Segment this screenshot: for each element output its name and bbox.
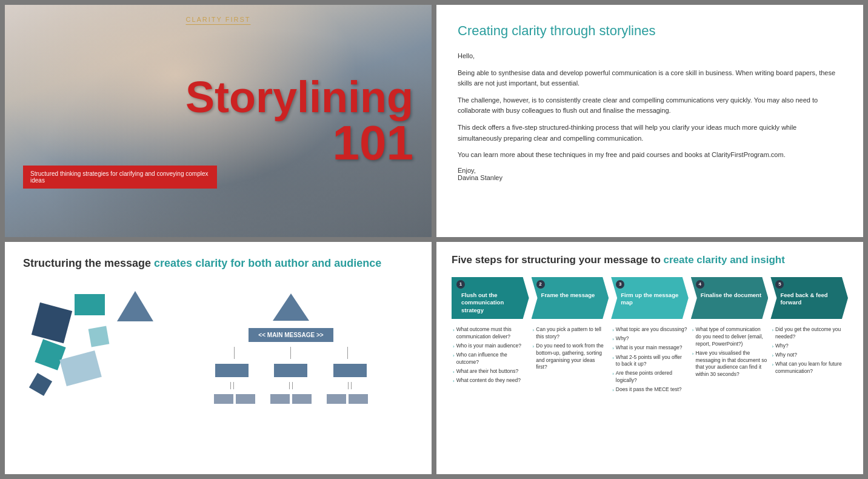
bullet-arrow: › [612, 370, 614, 384]
bullet-item: ›Have you visualised the messaging in th… [692, 350, 767, 379]
sub-line-3a [348, 382, 349, 389]
bullets-row: ›What outcome must this communication de… [452, 326, 848, 395]
org-line-1 [234, 347, 235, 359]
bullet-item: ›What is your main message? [612, 344, 687, 352]
sub-line-1b [233, 382, 234, 389]
bullet-arrow: › [453, 327, 455, 341]
org-box-1 [215, 364, 249, 377]
slide-4: Five steps for structuring your message … [436, 242, 863, 474]
bullet-arrow: › [533, 343, 535, 372]
sub-box-1b [236, 394, 255, 404]
org-triangle [273, 293, 309, 321]
step-1: 1 Flush out the communication strategy [452, 277, 529, 319]
step-num-4: 4 [696, 280, 704, 289]
bullet-col-1: ›What outcome must this communication de… [452, 326, 529, 395]
bullet-item: ›Did you get the outcome you needed? [772, 326, 847, 341]
sub-line-2a [289, 382, 290, 389]
slide2-enjoy: Enjoy, [458, 167, 842, 174]
org-subrow [206, 394, 376, 404]
slide-3: Structuring the message creates clarity … [5, 242, 432, 474]
bullet-arrow: › [453, 369, 455, 375]
title-block: Storylining 101 [185, 75, 413, 167]
step-num-5: 5 [775, 280, 784, 289]
bullet-text: Why? [775, 343, 789, 350]
bullet-text: Can you pick a pattern to tell this stor… [536, 326, 607, 341]
step-2: 2 Frame the message [532, 277, 609, 319]
slide2-para4: You can learn more about these technique… [458, 150, 842, 161]
bullet-text: Do you need to work from the bottom-up, … [536, 343, 607, 372]
bullet-item: ›Are these points ordered logically? [612, 370, 687, 384]
bullet-item: ›Who is your main audience? [453, 343, 528, 350]
bullet-arrow: › [772, 361, 773, 375]
bullet-arrow: › [612, 336, 614, 343]
slide2-author: Davina Stanley [458, 174, 842, 181]
slide2-para1: Being able to synthesise data and develo… [458, 68, 842, 89]
bullet-arrow: › [692, 350, 694, 379]
slide3-title: Structuring the message creates clarity … [23, 257, 413, 270]
slide2-para2: The challenge, however, is to consistent… [458, 95, 842, 116]
slide2-para3: This deck offers a five-step structured-… [458, 122, 842, 144]
sub-line-2b [292, 382, 293, 389]
sub-lines-1 [230, 382, 234, 389]
bullet-arrow: › [612, 355, 614, 369]
org-line-2 [290, 347, 291, 359]
bullet-col-2: ›Can you pick a pattern to tell this sto… [532, 326, 609, 395]
step-label-3: Firm up the message map [619, 292, 684, 307]
bullet-text: What are their hot buttons? [456, 368, 519, 375]
steps-container: 1 Flush out the communication strategy 2… [452, 277, 848, 319]
org-lines [206, 347, 376, 359]
bullet-item: ›Why? [772, 343, 847, 350]
bullet-text: Have you visualised the messaging in tha… [695, 350, 767, 379]
shape-5 [59, 350, 102, 386]
bullet-arrow: › [772, 352, 773, 359]
bullet-text: Did you get the outcome you needed? [775, 326, 847, 341]
shape-3 [88, 326, 110, 347]
bullet-col-3: ›What topic are you discussing?›Why?›Wha… [611, 326, 689, 395]
bullet-item: ›What type of communication do you need … [692, 326, 767, 348]
bullet-item: ›Can you pick a pattern to tell this sto… [533, 326, 608, 341]
slide4-title: Five steps for structuring your message … [452, 254, 848, 266]
bullet-text: What is your main message? [616, 344, 683, 352]
bullet-item: ›What 2-5 points will you offer to back … [612, 354, 687, 369]
bullet-arrow: › [453, 378, 455, 384]
bullet-item: ›What outcome must this communication de… [453, 326, 528, 341]
shape-1 [32, 303, 72, 343]
sub-box-3a [327, 394, 346, 404]
sub-box-2b [292, 394, 312, 404]
step-label-2: Frame the message [540, 292, 595, 299]
bullet-arrow: › [772, 343, 773, 350]
slide-2: Creating clarity through storylines Hell… [436, 5, 863, 237]
step-label-4: Finalise the document [699, 292, 761, 299]
sub-line-3b [351, 382, 352, 389]
slide2-body: Hello, Being able to synthesise data and… [458, 51, 842, 161]
sub-boxes-3 [327, 394, 368, 404]
bullet-text: Why? [616, 335, 629, 343]
step-3: 3 Firm up the message map [611, 277, 689, 319]
step-num-2: 2 [536, 280, 545, 289]
bullet-text: Why not? [775, 352, 797, 359]
bullet-item: ›Who can influence the outcome? [453, 352, 528, 366]
sub-box-1a [214, 394, 233, 404]
diagram-area: << MAIN MESSAGE >> [23, 282, 413, 415]
bullet-col-5: ›Did you get the outcome you needed?›Why… [770, 326, 848, 395]
shape-2 [75, 294, 105, 315]
bullet-item: ›What can you learn for future communica… [772, 361, 847, 375]
shapes-left [23, 288, 156, 409]
bullet-arrow: › [612, 327, 614, 333]
slide-1: CLARITY FIRST Storylining 101 Structured… [5, 5, 432, 237]
bullet-arrow: › [692, 327, 694, 348]
bullet-text: What outcome must this communication del… [456, 326, 528, 341]
bullet-item: ›Does it pass the MECE test? [612, 386, 687, 394]
org-box-3 [333, 364, 367, 377]
step-label-5: Feed back & feed forward [779, 292, 843, 307]
bullet-item: ›What content do they need? [453, 377, 528, 384]
sub-box-2a [270, 394, 290, 404]
step-label-1: Flush out the communication strategy [460, 292, 524, 314]
bullet-text: Are these points ordered logically? [616, 370, 687, 384]
brand-label: CLARITY FIRST [185, 16, 250, 25]
slide1-subtitle: Structured thinking strategies for clari… [23, 166, 217, 189]
org-line-3 [347, 347, 348, 359]
sub-box-3b [349, 394, 368, 404]
main-message-box: << MAIN MESSAGE >> [249, 328, 333, 342]
org-line-group [206, 382, 376, 389]
